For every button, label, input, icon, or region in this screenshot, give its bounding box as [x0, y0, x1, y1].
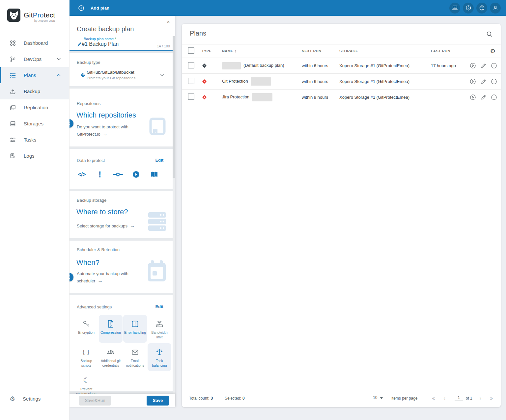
next-page-icon[interactable]: ›: [479, 395, 482, 401]
column-header-storage[interactable]: STORAGE: [335, 49, 427, 53]
panel-scrollbar[interactable]: [173, 36, 175, 394]
sidebar: GitProtectby Xopero ONE Dashboard DevOps…: [0, 0, 70, 420]
row-checkbox[interactable]: [188, 62, 194, 68]
advanced-settings-grid: Encryption Compression Error handling Ba…: [74, 315, 171, 399]
advanced-item-bandwidth-limit[interactable]: Bandwidth limit: [148, 315, 171, 343]
sidebar-item-tasks[interactable]: Tasks: [0, 132, 69, 148]
column-header-name[interactable]: NAME↑: [218, 49, 298, 53]
edit-plan-icon[interactable]: [480, 78, 487, 85]
previous-page-icon[interactable]: ‹: [443, 395, 446, 401]
save-button[interactable]: Save: [147, 396, 169, 406]
prevent-sleep-moon-icon: ☾: [83, 376, 90, 385]
advanced-item-error-handling[interactable]: Error handling: [123, 315, 147, 343]
sidebar-item-dashboard[interactable]: Dashboard: [0, 35, 69, 51]
topbar-icons: [449, 3, 506, 13]
advanced-item-task-balancing[interactable]: Task balancing: [148, 343, 171, 371]
arrow-right-icon: →: [103, 131, 108, 137]
page-of-label: of 1: [466, 396, 472, 401]
backup-storage-section[interactable]: Backup storage Where to store? Select st…: [69, 191, 175, 238]
name-field-label: Backup plan name *: [84, 37, 116, 41]
issues-icon: !: [95, 170, 105, 180]
row-checkbox[interactable]: [188, 78, 194, 84]
save-and-run-button[interactable]: Save&Run: [79, 396, 111, 406]
table-row[interactable]: Jira Protection within 8 hours Xopero St…: [182, 90, 501, 105]
topbar: Add plan: [69, 0, 506, 16]
gitprotect-lion-logo-icon: [7, 9, 20, 22]
advanced-item-backup-scripts[interactable]: { } Backup scripts: [74, 343, 98, 371]
install-agent-icon[interactable]: [449, 3, 460, 13]
advanced-item-encryption[interactable]: Encryption: [74, 315, 98, 343]
git-diamond-red-icon: [202, 79, 218, 84]
table-row[interactable]: Git Protection within 6 hours Xopero Sto…: [182, 74, 501, 90]
storage-heading: Where to store?: [76, 208, 128, 216]
column-header-type[interactable]: TYPE: [198, 49, 218, 53]
arrow-right-icon: →: [98, 278, 102, 283]
repositories-section[interactable]: Repositories Which repositories Do you w…: [69, 89, 175, 146]
page-title: Plans: [190, 30, 206, 37]
advanced-item-git-credentials[interactable]: Additional git credentials: [99, 343, 123, 371]
scheduler-section[interactable]: Scheduler & Retention When? Automate you…: [69, 241, 175, 293]
replication-copy-icon: [10, 104, 16, 111]
logs-warning-icon: [10, 153, 16, 159]
run-plan-icon[interactable]: [470, 94, 476, 100]
items-per-page-select[interactable]: 10: [372, 395, 387, 401]
panel-header: Create backup plan ×: [69, 16, 175, 36]
backup-type-section: Backup type GitHub/GitLab/Bitbucket Prot…: [69, 53, 175, 86]
sidebar-item-settings[interactable]: ⚙ Settings: [0, 391, 69, 407]
backup-upload-icon: [10, 88, 16, 95]
devops-branch-icon: [10, 56, 16, 63]
page-number-input[interactable]: [455, 395, 463, 401]
advanced-settings-section: Advanced settings Edit Encryption Compre…: [69, 295, 175, 391]
backup-type-select[interactable]: GitHub/GitLab/Bitbucket Protects your Gi…: [77, 68, 167, 83]
redacted-name: [222, 62, 241, 69]
column-header-next-run[interactable]: NEXT RUN: [298, 49, 335, 53]
plan-info-icon[interactable]: [491, 78, 497, 85]
selected-count: Selected:0: [225, 396, 245, 401]
language-globe-icon[interactable]: [476, 3, 487, 13]
plan-info-icon[interactable]: [491, 63, 497, 69]
close-icon[interactable]: ×: [165, 18, 172, 26]
sidebar-item-plans[interactable]: Plans: [0, 67, 69, 83]
advanced-item-email-notifications[interactable]: Email notifications: [123, 343, 147, 371]
add-plus-circle-icon: [78, 5, 84, 11]
chevron-down-icon: [57, 58, 61, 60]
git-credentials-people-icon: [106, 347, 115, 357]
pagination: 10 items per page « ‹ of 1 › »: [372, 395, 493, 401]
edit-plan-icon[interactable]: [480, 94, 487, 100]
search-icon[interactable]: [485, 30, 494, 39]
table-row[interactable]: (Default backup plan) within 6 hours Xop…: [182, 58, 501, 74]
add-plan-button[interactable]: Add plan: [69, 5, 109, 11]
storages-server-icon: [10, 120, 16, 127]
last-page-icon[interactable]: »: [489, 395, 493, 401]
edit-advanced-button[interactable]: Edit: [153, 304, 165, 309]
char-counter: 14 / 100: [157, 44, 170, 48]
sidebar-nav: Dashboard DevOps Plans Backup: [0, 35, 69, 164]
panel-footer: Save&Run Save: [69, 394, 175, 407]
account-icon[interactable]: [490, 3, 501, 13]
sidebar-item-logs[interactable]: Logs: [0, 148, 69, 164]
edit-plan-icon[interactable]: [480, 63, 487, 69]
sidebar-item-backup[interactable]: Backup: [0, 83, 69, 99]
plan-name-input[interactable]: [82, 41, 167, 47]
help-icon[interactable]: [463, 3, 474, 13]
server-stack-illustration: [148, 212, 167, 232]
encryption-key-icon: [82, 319, 90, 329]
plan-info-icon[interactable]: [491, 94, 497, 100]
next-run-cell: within 6 hours: [298, 63, 335, 68]
scrollbar-thumb[interactable]: [173, 36, 175, 178]
run-plan-icon[interactable]: [470, 78, 476, 85]
select-all-checkbox[interactable]: [188, 47, 194, 54]
row-checkbox[interactable]: [188, 93, 194, 100]
first-page-icon[interactable]: «: [432, 395, 436, 401]
column-header-last-run[interactable]: LAST RUN: [427, 49, 466, 53]
sidebar-item-replication[interactable]: Replication: [0, 99, 69, 116]
sidebar-item-devops[interactable]: DevOps: [0, 51, 69, 67]
create-backup-plan-panel: Create backup plan × Backup plan name * …: [69, 16, 175, 407]
advanced-item-compression[interactable]: Compression: [99, 315, 123, 343]
gitprotect-app: GitProtectby Xopero ONE Dashboard DevOps…: [0, 0, 506, 420]
edit-data-button[interactable]: Edit: [153, 157, 165, 163]
run-plan-icon[interactable]: [470, 63, 476, 69]
sidebar-item-storages[interactable]: Storages: [0, 116, 69, 132]
column-settings-gear-icon[interactable]: ⚙: [490, 48, 495, 54]
backup-plan-name-field[interactable]: Backup plan name * 14 / 100: [69, 36, 175, 51]
